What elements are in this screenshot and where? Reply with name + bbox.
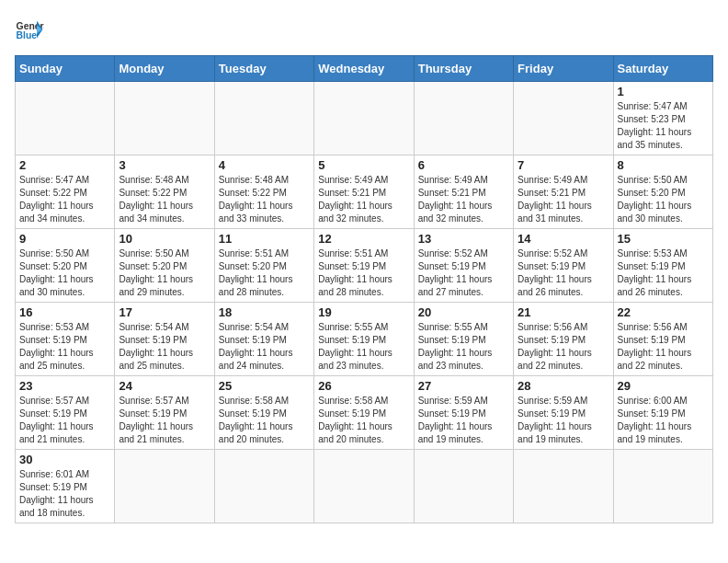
calendar-cell: 7Sunrise: 5:49 AMSunset: 5:21 PMDaylight… <box>514 155 613 229</box>
calendar-cell: 27Sunrise: 5:59 AMSunset: 5:19 PMDayligh… <box>414 376 513 450</box>
calendar-cell: 29Sunrise: 6:00 AMSunset: 5:19 PMDayligh… <box>613 376 712 450</box>
weekday-header-saturday: Saturday <box>613 56 712 82</box>
day-info: Sunrise: 5:53 AMSunset: 5:19 PMDaylight:… <box>618 247 709 299</box>
day-number: 27 <box>418 379 509 393</box>
day-info: Sunrise: 5:55 AMSunset: 5:19 PMDaylight:… <box>318 321 409 373</box>
calendar-cell <box>115 82 214 155</box>
calendar-cell <box>414 450 513 523</box>
day-number: 5 <box>318 158 409 172</box>
day-number: 7 <box>518 158 609 172</box>
day-number: 18 <box>219 305 310 319</box>
calendar-cell: 4Sunrise: 5:48 AMSunset: 5:22 PMDaylight… <box>214 155 313 229</box>
calendar-cell: 21Sunrise: 5:56 AMSunset: 5:19 PMDayligh… <box>514 303 613 376</box>
calendar-cell: 12Sunrise: 5:51 AMSunset: 5:19 PMDayligh… <box>314 229 414 303</box>
day-number: 29 <box>618 379 709 393</box>
day-number: 11 <box>219 232 310 246</box>
day-info: Sunrise: 5:48 AMSunset: 5:22 PMDaylight:… <box>219 174 310 225</box>
page-header: General Blue <box>15 15 713 44</box>
day-info: Sunrise: 6:01 AMSunset: 5:19 PMDaylight:… <box>19 468 110 520</box>
calendar-cell <box>314 450 414 523</box>
day-info: Sunrise: 5:51 AMSunset: 5:20 PMDaylight:… <box>219 247 310 299</box>
calendar-cell: 10Sunrise: 5:50 AMSunset: 5:20 PMDayligh… <box>115 229 214 303</box>
day-info: Sunrise: 5:52 AMSunset: 5:19 PMDaylight:… <box>418 247 509 299</box>
day-number: 24 <box>119 379 210 393</box>
day-info: Sunrise: 5:57 AMSunset: 5:19 PMDaylight:… <box>19 395 110 446</box>
calendar-cell: 18Sunrise: 5:54 AMSunset: 5:19 PMDayligh… <box>214 303 313 376</box>
day-number: 3 <box>119 158 210 172</box>
calendar-cell <box>214 450 313 523</box>
day-number: 4 <box>219 158 310 172</box>
calendar-header-row: SundayMondayTuesdayWednesdayThursdayFrid… <box>16 56 713 82</box>
day-number: 9 <box>19 232 110 246</box>
day-number: 6 <box>418 158 509 172</box>
day-number: 30 <box>19 453 110 466</box>
day-info: Sunrise: 5:58 AMSunset: 5:19 PMDaylight:… <box>318 395 409 446</box>
day-info: Sunrise: 5:53 AMSunset: 5:19 PMDaylight:… <box>19 321 110 373</box>
day-info: Sunrise: 5:47 AMSunset: 5:22 PMDaylight:… <box>19 174 110 225</box>
calendar-week-2: 2Sunrise: 5:47 AMSunset: 5:22 PMDaylight… <box>16 155 713 229</box>
day-info: Sunrise: 5:55 AMSunset: 5:19 PMDaylight:… <box>418 321 509 373</box>
day-number: 28 <box>518 379 609 393</box>
day-number: 14 <box>518 232 609 246</box>
day-number: 17 <box>119 305 210 319</box>
day-number: 15 <box>618 232 709 246</box>
day-number: 19 <box>318 305 409 319</box>
day-info: Sunrise: 5:52 AMSunset: 5:19 PMDaylight:… <box>518 247 609 299</box>
calendar-week-1: 1Sunrise: 5:47 AMSunset: 5:23 PMDaylight… <box>16 82 713 155</box>
day-number: 16 <box>19 305 110 319</box>
calendar-cell: 28Sunrise: 5:59 AMSunset: 5:19 PMDayligh… <box>514 376 613 450</box>
calendar-cell: 3Sunrise: 5:48 AMSunset: 5:22 PMDaylight… <box>115 155 214 229</box>
calendar-cell: 26Sunrise: 5:58 AMSunset: 5:19 PMDayligh… <box>314 376 414 450</box>
calendar-week-5: 23Sunrise: 5:57 AMSunset: 5:19 PMDayligh… <box>16 376 713 450</box>
calendar-cell <box>314 82 414 155</box>
calendar-cell <box>514 82 613 155</box>
logo: General Blue <box>15 15 44 44</box>
calendar-cell: 2Sunrise: 5:47 AMSunset: 5:22 PMDaylight… <box>16 155 115 229</box>
day-number: 20 <box>418 305 509 319</box>
logo-icon: General Blue <box>15 15 44 44</box>
calendar-table: SundayMondayTuesdayWednesdayThursdayFrid… <box>15 55 713 523</box>
day-info: Sunrise: 5:49 AMSunset: 5:21 PMDaylight:… <box>518 174 609 225</box>
svg-text:Blue: Blue <box>17 30 38 40</box>
day-number: 21 <box>518 305 609 319</box>
calendar-cell: 23Sunrise: 5:57 AMSunset: 5:19 PMDayligh… <box>16 376 115 450</box>
calendar-cell: 20Sunrise: 5:55 AMSunset: 5:19 PMDayligh… <box>414 303 513 376</box>
day-number: 13 <box>418 232 509 246</box>
calendar-cell: 5Sunrise: 5:49 AMSunset: 5:21 PMDaylight… <box>314 155 414 229</box>
day-info: Sunrise: 5:59 AMSunset: 5:19 PMDaylight:… <box>518 395 609 446</box>
day-number: 25 <box>219 379 310 393</box>
calendar-week-3: 9Sunrise: 5:50 AMSunset: 5:20 PMDaylight… <box>16 229 713 303</box>
calendar-cell: 22Sunrise: 5:56 AMSunset: 5:19 PMDayligh… <box>613 303 712 376</box>
day-info: Sunrise: 5:56 AMSunset: 5:19 PMDaylight:… <box>618 321 709 373</box>
calendar-cell <box>414 82 513 155</box>
day-info: Sunrise: 5:58 AMSunset: 5:19 PMDaylight:… <box>219 395 310 446</box>
calendar-cell: 16Sunrise: 5:53 AMSunset: 5:19 PMDayligh… <box>16 303 115 376</box>
day-info: Sunrise: 5:54 AMSunset: 5:19 PMDaylight:… <box>219 321 310 373</box>
day-info: Sunrise: 5:48 AMSunset: 5:22 PMDaylight:… <box>119 174 210 225</box>
day-info: Sunrise: 5:56 AMSunset: 5:19 PMDaylight:… <box>518 321 609 373</box>
calendar-cell <box>514 450 613 523</box>
day-number: 10 <box>119 232 210 246</box>
calendar-cell: 9Sunrise: 5:50 AMSunset: 5:20 PMDaylight… <box>16 229 115 303</box>
calendar-cell: 25Sunrise: 5:58 AMSunset: 5:19 PMDayligh… <box>214 376 313 450</box>
day-info: Sunrise: 5:49 AMSunset: 5:21 PMDaylight:… <box>418 174 509 225</box>
day-info: Sunrise: 5:57 AMSunset: 5:19 PMDaylight:… <box>119 395 210 446</box>
calendar-cell: 6Sunrise: 5:49 AMSunset: 5:21 PMDaylight… <box>414 155 513 229</box>
day-number: 1 <box>618 85 709 98</box>
day-number: 8 <box>618 158 709 172</box>
calendar-cell: 19Sunrise: 5:55 AMSunset: 5:19 PMDayligh… <box>314 303 414 376</box>
day-info: Sunrise: 5:49 AMSunset: 5:21 PMDaylight:… <box>318 174 409 225</box>
day-info: Sunrise: 5:59 AMSunset: 5:19 PMDaylight:… <box>418 395 509 446</box>
calendar-cell <box>115 450 214 523</box>
weekday-header-sunday: Sunday <box>16 56 115 82</box>
day-info: Sunrise: 5:50 AMSunset: 5:20 PMDaylight:… <box>618 174 709 225</box>
calendar-cell: 24Sunrise: 5:57 AMSunset: 5:19 PMDayligh… <box>115 376 214 450</box>
weekday-header-friday: Friday <box>514 56 613 82</box>
calendar-week-4: 16Sunrise: 5:53 AMSunset: 5:19 PMDayligh… <box>16 303 713 376</box>
day-number: 2 <box>19 158 110 172</box>
calendar-cell: 13Sunrise: 5:52 AMSunset: 5:19 PMDayligh… <box>414 229 513 303</box>
day-info: Sunrise: 5:50 AMSunset: 5:20 PMDaylight:… <box>19 247 110 299</box>
day-info: Sunrise: 5:47 AMSunset: 5:23 PMDaylight:… <box>618 100 709 152</box>
calendar-cell: 8Sunrise: 5:50 AMSunset: 5:20 PMDaylight… <box>613 155 712 229</box>
calendar-cell: 14Sunrise: 5:52 AMSunset: 5:19 PMDayligh… <box>514 229 613 303</box>
